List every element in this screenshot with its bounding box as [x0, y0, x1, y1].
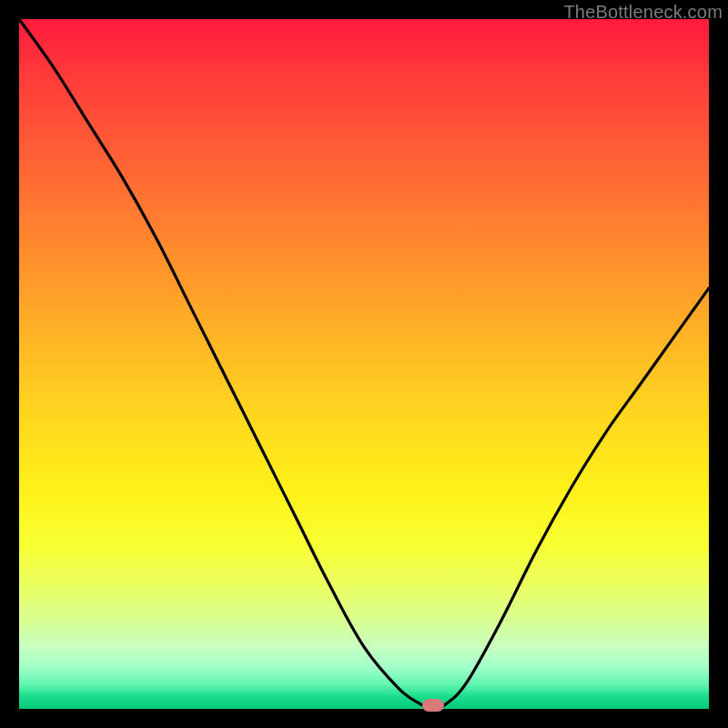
bottleneck-curve	[19, 19, 709, 709]
watermark-text: TheBottleneck.com	[563, 2, 723, 23]
minimum-marker	[422, 699, 444, 712]
chart-frame: TheBottleneck.com	[0, 0, 728, 728]
plot-area	[19, 19, 709, 709]
